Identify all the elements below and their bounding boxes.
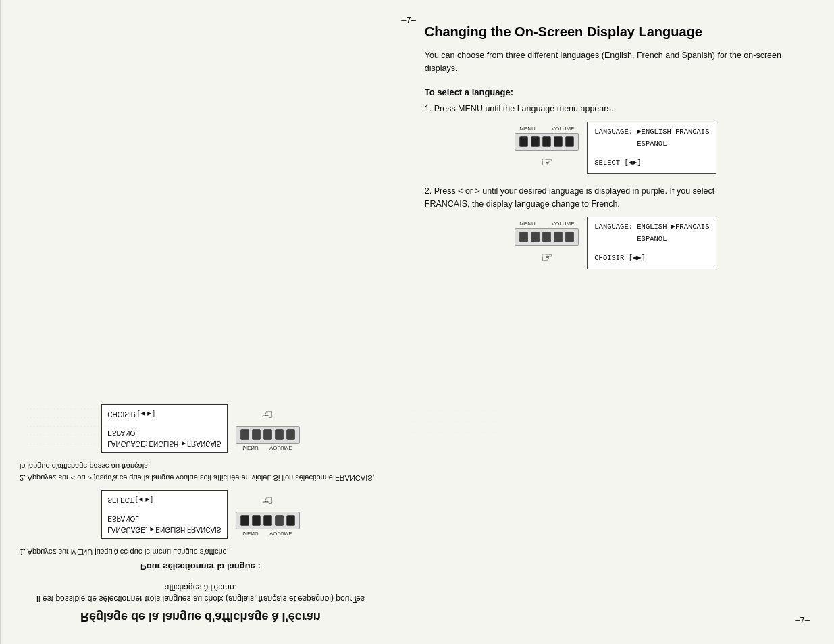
left-screen2-line3: CHOISIR [◄►] [107,408,221,419]
right-screen1-spacer [594,151,709,157]
left-device1-buttons [236,512,300,529]
right-device1: MENU VOLUME ☞ [515,126,579,170]
left-btn2-5 [286,429,295,440]
right-screen2-l2: ESPANOL [594,234,709,246]
right-screen2-l4: CHOISIR [◄►] [594,252,709,265]
left-main-heading: Réglage de la langue d'affichage à l'écr… [20,610,382,624]
right-intro: You can choose from three different lang… [425,49,807,75]
right-device2-labels: MENU VOLUME [519,221,574,227]
left-step2: 2. Appuyez sur < ou > jusqu'à ce que la … [20,461,382,483]
right-d2-btn1 [519,232,528,242]
left-device1: MENU VOLUME ☜ [236,492,300,537]
left-screen1-line1: LANGUAGE: ►ENGLISH FRANCAIS [107,524,221,535]
right-d1-btn2 [531,136,540,147]
left-btn2-2 [252,429,261,440]
right-screen2: LANGUAGE: ENGLISH ►FRANCAIS ESPANOL CHOI… [587,217,716,269]
left-screen2-line1: LANGUAGE: ENGLISH ►FRANCAIS [107,438,221,449]
left-diagram1: LANGUAGE: ►ENGLISH FRANCAIS ESPANOL SELE… [20,490,382,539]
right-d1-btn3 [542,136,551,147]
left-hand1-icon: ☜ [261,492,273,508]
left-device2: MENU VOLUME ☜ [236,406,300,451]
right-device2-buttons [515,228,579,246]
right-screen1-l2: ESPANOL [594,138,709,151]
left-btn2 [252,515,261,526]
right-step2: 2. Press < or > until your desired langu… [425,185,807,211]
right-d2-btn5 [565,232,574,242]
left-device2-labels: MENU VOLUME [242,445,292,451]
center-page-number: –7– [401,15,416,25]
left-btn1 [240,515,249,526]
left-btn5 [286,515,295,526]
left-hand2-icon: ☜ [261,406,273,423]
left-screen1-line3: SELECT [◄►] [107,494,221,505]
left-page-number: –7– [348,595,363,605]
right-hand2-icon: ☞ [541,249,553,265]
right-d2-btn3 [542,232,551,242]
right-d2-btn2 [531,232,540,242]
right-screen2-spacer [594,246,709,252]
right-device1-labels: MENU VOLUME [519,126,574,132]
left-step1: 1. Appuyez sur MENU jusqu'à ce que le me… [20,547,382,558]
right-device1-buttons [515,133,579,151]
right-title: Changing the On-Screen Display Language [425,24,807,40]
left-section-title: Pour sélectionner la langue : [20,562,382,572]
left-screen1: LANGUAGE: ►ENGLISH FRANCAIS ESPANOL SELE… [101,490,227,539]
right-hand1-icon: ☞ [541,154,553,170]
right-section-title: To select a language: [425,87,807,97]
right-diagram2: MENU VOLUME ☞ LANGUAGE: ENGLISH ►FRANCAI… [425,217,807,269]
left-device2-buttons [236,426,300,444]
right-d1-btn1 [519,136,528,147]
right-device2: MENU VOLUME ☞ [515,221,579,265]
right-page-number: –7– [795,615,810,625]
right-step1: 1. Press MENU until the Language menu ap… [425,103,807,115]
right-screen1-l4: SELECT [◄►] [594,157,709,169]
right-screen1-l1: LANGUAGE: ►ENGLISH FRANCAIS [594,126,709,138]
left-screen2: LANGUAGE: ENGLISH ►FRANCAIS ESPANOL CHOI… [101,404,227,453]
left-subtitle: Il est possible de sélectionner trois la… [20,581,382,604]
right-diagram1: MENU VOLUME ☞ LANGUAGE: ►ENGLISH FRANCAI… [425,122,807,174]
right-d1-btn4 [554,136,563,147]
left-btn2-1 [240,429,249,440]
right-d2-btn4 [554,232,563,242]
left-btn2-3 [263,429,272,440]
right-screen2-l1: LANGUAGE: ENGLISH ►FRANCAIS [594,221,709,234]
left-diagram2: LANGUAGE: ENGLISH ►FRANCAIS ESPANOL CHOI… [20,404,382,453]
left-btn2-4 [275,429,284,440]
left-btn3 [263,515,272,526]
left-device1-labels: MENU VOLUME [242,531,292,537]
right-page: Changing the On-Screen Display Language … [400,0,834,644]
left-page: –7– Réglage de la langue d'affichage à l… [0,0,400,644]
left-btn4 [275,515,284,526]
left-screen2-line2: ESPANOL [107,427,221,438]
right-screen1: LANGUAGE: ►ENGLISH FRANCAIS ESPANOL SELE… [587,122,716,174]
right-d1-btn5 [565,136,574,147]
left-screen1-line2: ESPANOL [107,513,221,524]
